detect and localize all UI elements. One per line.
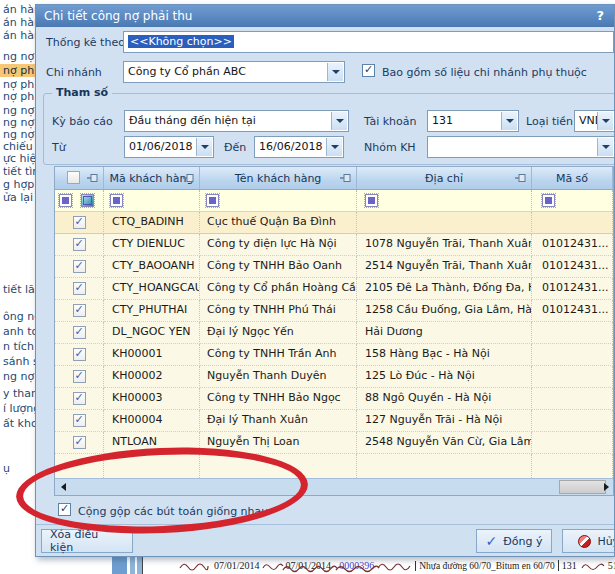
table-row[interactable]: ✓ CTQ_BADINH Cục thuế Quận Ba Đình [55,212,613,234]
pin-icon[interactable] [515,173,526,183]
branch-value: Công ty Cổ phần ABC [128,65,246,78]
row-checkbox[interactable]: ✓ [73,282,86,295]
from-date-picker[interactable]: 01/06/2018 [124,136,214,158]
account-value: 131 [432,114,453,127]
chevron-down-icon[interactable] [597,138,613,156]
row-checkbox[interactable]: ✓ [73,260,86,273]
row-checkbox-cell: ✓ [55,344,104,366]
stat-by-combobox[interactable]: <<Không chọn>> [123,31,614,53]
checkmark-icon: ✓ [74,437,83,447]
background-bar [130,557,135,574]
pin-icon[interactable] [340,173,351,183]
cancel-button[interactable]: Hủy b [562,529,615,553]
filter-cell[interactable] [532,190,613,212]
filter-cell[interactable] [104,190,200,212]
filter-icon[interactable] [59,194,72,207]
cell-tax-code: 01012431... [532,256,613,278]
filter-cell[interactable] [200,190,357,212]
cell-customer-name: Đại lý Thanh Xuân [200,410,357,432]
filter-icon[interactable] [542,194,555,207]
checkmark-icon: ✓ [74,283,83,293]
row-checkbox-cell: ✓ [55,322,104,344]
header-checkbox-column[interactable] [55,167,104,190]
table-row[interactable]: ✓ CTY_HOANGCAU Công ty Cổ phần Hoàng Cầu… [55,278,613,300]
chevron-down-icon[interactable] [327,63,343,81]
cell-address: 2548 Nguyễn Văn Cừ, Gia Lâm,... [357,432,532,454]
filter-cell[interactable] [55,190,104,212]
params-title: Tham số [52,86,112,99]
chevron-down-icon[interactable] [326,138,342,156]
scroll-right-button[interactable] [599,479,613,495]
row-checkbox[interactable]: ✓ [73,304,86,317]
row-checkbox[interactable]: ✓ [73,326,86,339]
period-label: Kỳ báo cáo [52,115,113,128]
cell-address: 158 Hàng Bạc - Hà Nội [357,344,532,366]
background-list-item: nợ ph [3,90,34,103]
filter-cell[interactable] [357,190,532,212]
row-checkbox[interactable]: ✓ [73,414,86,427]
help-button[interactable]: ? [596,8,604,23]
row-checkbox[interactable]: ✓ [73,436,86,449]
cell-customer-code: DL_NGOC YEN [104,322,200,344]
checkmark-icon: ✓ [74,415,83,425]
branch-combobox[interactable]: Công ty Cổ phần ABC [123,61,345,83]
cell-customer-name: Cục thuế Quận Ba Đình [200,212,357,234]
header-address[interactable]: Địa chỉ [357,167,532,190]
row-checkbox-cell: ✓ [55,278,104,300]
chevron-down-icon[interactable] [196,138,212,156]
header-customer-code[interactable]: Mã khách hàng [104,167,200,190]
filter-icon[interactable] [365,194,378,207]
cell-customer-code: KH00003 [104,388,200,410]
pin-icon[interactable] [183,173,194,183]
dialog-titlebar[interactable]: Chi tiết công nợ phải thu ? [36,5,614,27]
background-list-item: nợ ph [0,64,35,77]
background-doc-no: 0000396 [339,560,374,571]
cell-address: 125 Lò Đúc - Hà Nội [357,366,532,388]
filter-icon[interactable] [110,194,123,207]
row-checkbox[interactable]: ✓ [73,348,86,361]
row-checkbox[interactable]: ✓ [73,238,86,251]
cell-tax-code [532,410,613,432]
background-code: 51111 [608,560,615,571]
row-checkbox[interactable]: ✓ [73,392,86,405]
background-bar [137,557,143,574]
background-date: 07/01/2014 [286,560,332,571]
table-row[interactable]: ✓ CTY_PHUTHAI Công ty TNHH Phú Thái 1258… [55,300,613,322]
table-row[interactable]: ✓ CTY_BAOOANH Công ty TNHH Bảo Oanh 2514… [55,256,613,278]
period-combobox[interactable]: Đầu tháng đến hiện tại [124,110,349,132]
chevron-down-icon[interactable] [597,112,613,130]
row-checkbox[interactable]: ✓ [73,370,86,383]
chevron-down-icon[interactable] [501,112,517,130]
cell-address [357,212,532,234]
select-all-checkbox[interactable] [67,171,80,184]
cell-address: Hải Dương [357,322,532,344]
currency-combobox[interactable]: VND [574,110,615,132]
filter-icon[interactable] [206,194,219,207]
checkmark-icon: ✓ [74,261,83,271]
table-row[interactable]: ✓ CTY DIENLUC Công ty điện lực Hà Nội 10… [55,234,613,256]
stat-by-label: Thống kê theo [46,36,125,49]
table-row[interactable]: ✓ DL_NGOC YEN Đại lý Ngọc Yến Hải Dương [55,322,613,344]
table-row[interactable]: ✓ KH00003 Công ty TNHH Bảo Ngọc 88 Ngô Q… [55,388,613,410]
table-row[interactable]: ✓ KH00002 Nguyễn Thanh Duyên 125 Lò Đúc … [55,366,613,388]
pin-icon[interactable] [87,173,98,183]
ok-button[interactable]: ✓ Đồng ý [476,529,552,553]
customer-group-label: Nhóm KH [364,141,416,154]
table-row[interactable]: ✓ KH00004 Đại lý Thanh Xuân 127 Nguyễn T… [55,410,613,432]
background-date: 07/01/2014 [214,560,260,571]
table-row[interactable]: ✓ KH00001 Công ty TNHH Trần Anh 158 Hàng… [55,344,613,366]
chevron-down-icon[interactable] [331,112,347,130]
filter-icon-active[interactable] [81,194,94,207]
customer-group-combobox[interactable] [427,136,615,158]
check-icon: ✓ [486,535,498,547]
cell-tax-code [532,388,613,410]
header-tax-code[interactable]: Mã số [532,167,613,190]
include-sub-checkbox[interactable]: ✓ [362,64,375,77]
account-combobox[interactable]: 131 [427,110,519,132]
row-checkbox[interactable]: ✓ [73,216,86,229]
to-date-value: 16/06/2018 [259,140,322,153]
cell-tax-code [532,322,613,344]
to-date-picker[interactable]: 16/06/2018 [254,136,344,158]
cell-customer-code: KH00002 [104,366,200,388]
header-customer-name[interactable]: Tên khách hàng [200,167,357,190]
